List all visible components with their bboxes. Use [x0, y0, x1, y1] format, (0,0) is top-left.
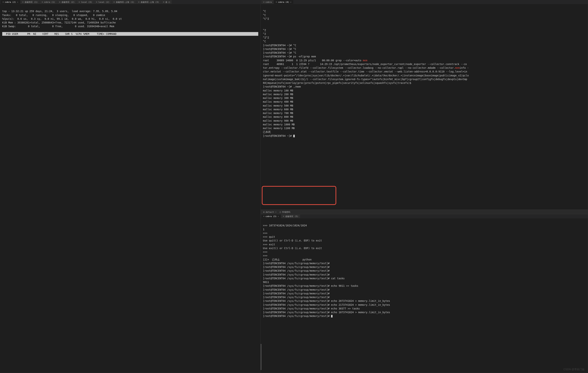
- tab-label: cobra (1): [44, 1, 55, 3]
- right-bottom-terminal-body[interactable]: >>> 1073741824/1024/1024/1024 1 >>> >>> …: [261, 218, 588, 373]
- terminal-icon: ⌘: [276, 1, 277, 3]
- output-line: malloc memory 700 MB: [263, 112, 293, 115]
- tab-label: local (2): [98, 1, 109, 3]
- output-line: >>>: [263, 232, 267, 234]
- output-line: malloc memory 900 MB: [263, 119, 293, 122]
- close-icon[interactable]: ×: [17, 1, 18, 3]
- terminal-icon: ⌘: [42, 1, 43, 3]
- tab-label: cobra (3): [265, 215, 277, 218]
- top-line-uptime: top - 13:32:21 up 259 days, 21:24, 3 use…: [2, 10, 117, 13]
- tab-label: 金融专区-上海 (3): [141, 1, 159, 3]
- toolbar-label: default: [266, 211, 274, 213]
- output-line: Use exit() or Ctrl-D (i.e. EOF) to exit: [263, 247, 322, 250]
- prompt-line: [root@TENCENT64 /sys/fs/cgroup/memory/te…: [263, 307, 360, 310]
- scroll-indicator: [261, 344, 262, 370]
- quick-toolbar: ≡ default ▾ □ 常规密码: [261, 210, 588, 214]
- output-line: ctor.netstat --collector.stat --collecto…: [263, 70, 467, 73]
- prompt-line: [root@TENCENT64 ~]# ^C: [263, 51, 296, 54]
- output-line: ^C ^C ^C^Z ^Z ^Z ^Z^Z ^C: [263, 10, 269, 43]
- watermark: CSDN @李姓门徒: [563, 368, 585, 371]
- tab-label: cobra (2): [5, 1, 16, 3]
- terminal-icon: ⌘: [114, 1, 115, 3]
- prompt-line: [root@TENCENT64 /sys/fs/cgroup/memory/te…: [263, 288, 330, 291]
- tab-cobra-1[interactable]: ⌘cobra (1): [40, 0, 57, 4]
- tab-cobra-3[interactable]: ⌘cobra (3)×: [262, 214, 281, 218]
- left-terminal-pane: ⌘cobra (2)× ⌘金融专区 (1) ⌘cobra (1) ⌘金融专区 (…: [0, 0, 261, 373]
- menu-icon: ≡: [263, 211, 265, 213]
- cursor: [293, 135, 295, 137]
- tab-label: 金融专区 (1): [25, 1, 38, 3]
- output-line: malloc memory 100 MB: [263, 89, 293, 92]
- right-top-terminal-pane: ⌘cobra ⌘cobra (4)× ^C ^C ^C^Z ^Z ^Z ^Z^Z…: [261, 0, 588, 210]
- terminal-icon: ⌘: [263, 215, 264, 217]
- terminal-icon: ⌘: [79, 1, 80, 3]
- terminal-icon: ⌘: [163, 1, 164, 3]
- output-line: malloc memory 1100 MB: [263, 127, 295, 130]
- terminal-icon: ⌘: [263, 1, 264, 3]
- password-button[interactable]: □ 常规密码: [280, 211, 290, 213]
- top-tab-bar: ⌘cobra (2)× ⌘金融专区 (1) ⌘cobra (1) ⌘金融专区 (…: [0, 0, 261, 4]
- chevron-down-icon: ▾: [275, 211, 276, 213]
- tab-label: 金融专区 (2): [62, 1, 75, 3]
- cursor: [331, 315, 333, 318]
- prompt-line: [root@TENCENT64 /sys/fs/cgroup/memory/te…: [263, 296, 330, 299]
- prompt-line: [root@TENCENT64 /sys/fs/cgroup/memory/te…: [263, 262, 330, 265]
- output-line: malloc memory 800 MB: [263, 115, 293, 118]
- tab-label: local (3): [81, 1, 92, 3]
- output-line: Use quit() or Ctrl-D (i.e. EOF) to exit: [263, 239, 322, 242]
- top-line-swap: KiB Swap: 0 total, 0 free, 0 used. 31694…: [2, 25, 114, 28]
- tab-finance-5[interactable]: ⌘金融专区 (5): [281, 214, 300, 218]
- prompt-line: [root@TENCENT64 /sys/fs/cgroup/memory/te…: [263, 269, 330, 272]
- output-line: malloc memory 600 MB: [263, 108, 293, 111]
- terminal-icon: ⌘: [283, 215, 284, 217]
- close-icon[interactable]: ×: [290, 1, 291, 3]
- tab-label: 金 □: [165, 1, 170, 3]
- tab-finance-sh-3[interactable]: ⌘金融专区-上海 (3): [136, 0, 161, 4]
- output-line: tor.entropy --collector.filefd --collect…: [263, 66, 469, 69]
- prompt-line: [root@TENCENT64 ~]# ps -ef|grep mem: [263, 55, 316, 58]
- terminal-icon: ⌘: [59, 1, 60, 3]
- tab-local-3[interactable]: ⌘local (3): [77, 0, 94, 4]
- output-line: 9011: [263, 281, 269, 284]
- output-line: >>>: [263, 250, 267, 253]
- prompt-line: [root@TENCENT64 /sys/fs/cgroup/memory/te…: [263, 277, 345, 280]
- right-top-terminal-body[interactable]: ^C ^C ^C^Z ^Z ^Z ^Z^Z ^C [root@TENCENT64…: [261, 4, 588, 210]
- tab-label: 金融专区-上海 (1): [116, 1, 134, 3]
- prompt-line: [root@TENCENT64 ~]#: [263, 134, 295, 137]
- output-line: root 40961 1 1 2月04 ? 14:29:15 /opt/prom…: [263, 63, 467, 65]
- output-line: >>> 1073741824/1024/1024/1024: [263, 224, 307, 227]
- tab-cobra-2[interactable]: ⌘cobra (2)×: [1, 0, 20, 4]
- default-dropdown[interactable]: ≡ default ▾: [263, 211, 276, 213]
- prompt-line: [root@TENCENT64 /sys/fs/cgroup/memory/te…: [263, 299, 390, 302]
- output-line: >>> quit: [263, 235, 275, 238]
- prompt-line: [root@TENCENT64 /sys/fs/cgroup/memory/te…: [263, 284, 358, 287]
- toolbar-label: 常规密码: [282, 211, 290, 213]
- top-line-mem: KiB Mem : 39380281+total, 25008643+free,…: [2, 21, 116, 24]
- tab-cobra-4[interactable]: ⌘cobra (4)×: [274, 0, 293, 4]
- prompt-line: [root@TENCENT64 /sys/fs/cgroup/memory/te…: [263, 273, 330, 276]
- tab-label: 金融专区 (5): [285, 215, 298, 218]
- left-terminal-body[interactable]: top - 13:32:21 up 259 days, 21:24, 3 use…: [0, 4, 261, 373]
- output-line: root 30089 14686 0 13:29 pts/1 00:00:00 …: [263, 59, 367, 62]
- tab-finance-1[interactable]: ⌘金融专区 (1): [21, 0, 40, 4]
- output-line: ignored-mount-points=^/(dev|proc|sys|var…: [263, 74, 469, 77]
- output-line: malloc memory 400 MB: [263, 100, 293, 103]
- prompt-line: [root@TENCENT64 /sys/fs/cgroup/memory/te…: [263, 303, 390, 306]
- right-top-tab-bar: ⌘cobra ⌘cobra (4)×: [261, 0, 588, 4]
- output-line: >>> exit: [263, 243, 275, 246]
- tab-finance-trunc[interactable]: ⌘金 □: [161, 0, 172, 4]
- highlighted-mem: mem: [455, 66, 460, 69]
- tab-label: cobra (4): [278, 1, 289, 3]
- tab-local-2[interactable]: ⌘local (2): [94, 0, 111, 4]
- output-line: malloc memory 300 MB: [263, 96, 293, 99]
- output-line: [2]+ 已停止 python: [263, 258, 312, 261]
- killed-line: 已杀死: [263, 130, 271, 133]
- prompt-line: [root@TENCENT64 ~]# ./mem: [263, 85, 301, 88]
- top-line-tasks: Tasks: 0 total, 0 running, 0 sleeping, 0…: [2, 14, 105, 17]
- terminal-icon: ⌘: [22, 1, 23, 3]
- output-line: malloc memory 200 MB: [263, 93, 293, 96]
- close-icon[interactable]: ×: [278, 215, 279, 217]
- tab-cobra[interactable]: ⌘cobra: [262, 0, 273, 4]
- tab-finance-sh-1[interactable]: ⌘金融专区-上海 (1): [112, 0, 136, 4]
- tab-finance-2[interactable]: ⌘金融专区 (2): [57, 0, 76, 4]
